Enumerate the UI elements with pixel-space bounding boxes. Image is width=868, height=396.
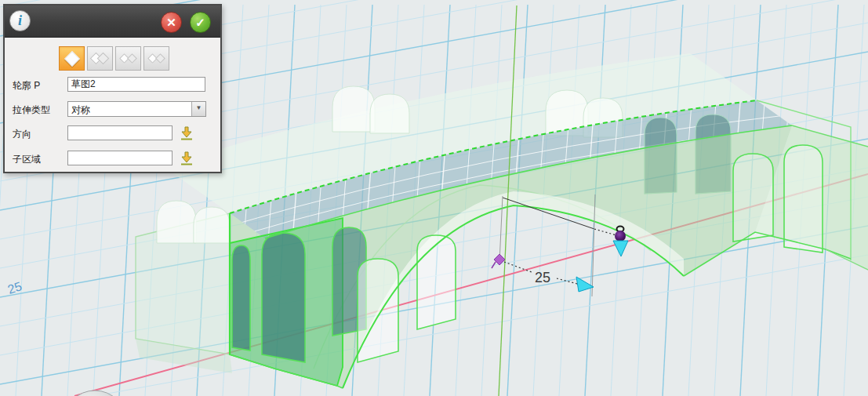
profile-field-row: 轮廓 P (5, 77, 220, 94)
arch-window (417, 235, 456, 329)
subregion-field-row: 子区域 (5, 151, 220, 168)
direction-pick-button[interactable] (179, 125, 194, 141)
profile-input[interactable] (67, 77, 205, 92)
mode-diamond-pair-button[interactable] (115, 46, 141, 71)
extrude-type-row: 拉伸类型 对称 ▼ (5, 101, 220, 118)
extrude-type-label: 拉伸类型 (13, 104, 50, 117)
info-icon[interactable]: i (9, 10, 31, 31)
cancel-button[interactable]: ✕ (161, 12, 182, 33)
pick-arrow-icon (179, 151, 194, 166)
extrude-dialog: i ✕ ✓ 轮廓 P 拉伸类型 对称 ▼ 方向 (3, 4, 222, 173)
direction-input[interactable] (67, 125, 173, 140)
arch-window (262, 233, 305, 362)
mode-split-diamond-button[interactable] (143, 46, 169, 71)
chevron-down-icon[interactable]: ▼ (191, 102, 205, 116)
extrude-mode-toolbar (59, 46, 169, 71)
check-icon: ✓ (195, 16, 205, 29)
dimension-value[interactable]: 25 (535, 270, 550, 285)
arch-window (784, 145, 823, 252)
subregion-label: 子区域 (13, 153, 41, 166)
subregion-input[interactable] (67, 151, 173, 165)
direction-field-row: 方向 (5, 125, 220, 143)
close-icon: ✕ (166, 16, 176, 29)
arch-window (232, 245, 250, 351)
confirm-button[interactable]: ✓ (190, 12, 211, 33)
single-diamond-icon (64, 51, 80, 67)
pick-arrow-icon (179, 125, 194, 141)
extrude-type-value: 对称 (71, 104, 90, 117)
dialog-titlebar[interactable]: i ✕ ✓ (5, 5, 220, 38)
direction-label: 方向 (13, 128, 31, 141)
profile-label: 轮廓 P (13, 79, 40, 93)
extrude-type-select[interactable]: 对称 ▼ (67, 101, 206, 117)
mode-single-diamond-button[interactable] (59, 46, 85, 71)
cad-application: 25 25 i ✕ ✓ (0, 0, 868, 396)
mode-double-diamond-button[interactable] (87, 46, 113, 71)
subregion-pick-button[interactable] (179, 151, 194, 166)
arch-window (358, 259, 398, 362)
arch-window (733, 154, 773, 242)
